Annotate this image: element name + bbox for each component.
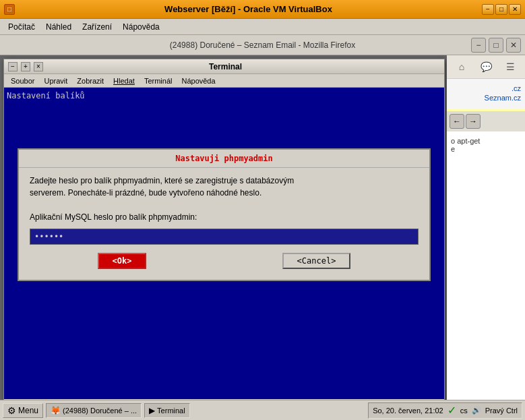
firefox-minimize[interactable]: −	[471, 38, 486, 53]
main-area: − + × Terminal Soubor Upravit Zobrazit H…	[0, 55, 525, 400]
terminal-task-label: Terminal	[157, 407, 185, 415]
firefox-titlebar: (24988) Doručené – Seznam Email - Mozill…	[0, 35, 525, 55]
vbox-menu-pocitac[interactable]: Počítač	[3, 21, 40, 33]
apt-text: o apt-get	[451, 137, 521, 145]
link-seznam[interactable]: Seznam.cz	[451, 94, 521, 102]
taskbar-firefox-task[interactable]: 🦊 (24988) Doručené – ...	[46, 403, 142, 418]
nav-forward-btn[interactable]: →	[466, 114, 481, 129]
terminal-titlebar: − + × Terminal	[4, 59, 444, 74]
start-icon: ⚙	[7, 405, 16, 416]
nav-back-btn[interactable]: ←	[450, 114, 464, 129]
terminal-tab-bar: Archives	[4, 399, 444, 400]
terminal-menu-terminal[interactable]: Terminál	[140, 76, 177, 86]
dialog-password-input[interactable]	[30, 229, 419, 245]
taskbar-terminal-task[interactable]: ▶ Terminal	[144, 403, 190, 418]
dialog-body-line1: Zadejte heslo pro balík phpmyadmin, kter…	[30, 176, 294, 185]
vbox-close-button[interactable]: ✕	[509, 4, 521, 15]
vbox-menu-nahled[interactable]: Náhled	[40, 21, 77, 33]
terminal-title: Terminal	[43, 62, 408, 71]
chat-icon[interactable]: 💬	[478, 59, 493, 74]
terminal-task-icon: ▶	[149, 406, 155, 415]
dialog-ok-button[interactable]: <Ok>	[98, 253, 147, 269]
terminal-menu-zobrazit[interactable]: Zobrazit	[73, 76, 108, 86]
dialog-body-line4: Aplikační MySQL heslo pro balík phpmyadm…	[30, 212, 197, 222]
right-panel: ⌂ 💬 ☰ .cz Seznam.cz ← → o apt-get e	[447, 55, 525, 400]
taskbar: ⚙ Menu 🦊 (24988) Doručené – ... ▶ Termin…	[0, 400, 525, 420]
lang-indicator: cs	[460, 407, 468, 415]
terminal-menubar: Soubor Upravit Zobrazit Hledat Terminál …	[4, 74, 444, 88]
terminal-content: Nastavení balíků Nastavuji phpmyadmin Za…	[4, 88, 444, 399]
firefox-controls: − □ ✕	[471, 38, 521, 53]
right-panel-links: .cz Seznam.cz	[447, 79, 525, 109]
terminal-menu-upravit[interactable]: Upravit	[40, 76, 71, 86]
terminal-left-btns: − + ×	[7, 62, 43, 71]
right-panel-content: o apt-get e	[447, 131, 525, 400]
link-cz[interactable]: .cz	[451, 84, 521, 92]
firefox-title: (24988) Doručené – Seznam Email - Mozill…	[170, 40, 355, 50]
menu-icon[interactable]: ☰	[503, 59, 518, 74]
vbox-maximize-button[interactable]: □	[495, 4, 507, 15]
firefox-maximize[interactable]: □	[489, 38, 503, 53]
vbox-menubar: Počítač Náhled Zařízení Nápověda	[0, 19, 525, 35]
dialog-cancel-button[interactable]: <Cancel>	[282, 253, 351, 269]
vbox-menu-zarizeni[interactable]: Zařízení	[77, 21, 117, 33]
dialog-buttons: <Ok> <Cancel>	[30, 253, 419, 269]
firefox-task-icon: 🦊	[51, 406, 61, 415]
vbox-titlebar-left: □	[4, 4, 15, 15]
vbox-window-buttons: − □ ✕	[482, 4, 521, 15]
check-icon: ✓	[447, 404, 456, 417]
apt-text2: e	[451, 145, 521, 153]
dialog-body-line2: serverem. Ponecháte-li prázdné, bude vyt…	[30, 188, 261, 198]
terminal-maximize-btn[interactable]: +	[21, 62, 30, 71]
terminal-window: − + × Terminal Soubor Upravit Zobrazit H…	[3, 59, 445, 400]
vbox-menu-napoveda[interactable]: Nápověda	[117, 21, 165, 33]
firefox-close[interactable]: ✕	[506, 38, 521, 53]
right-panel-icons: ⌂ 💬 ☰	[447, 55, 525, 79]
terminal-menu-napoveda[interactable]: Nápověda	[177, 76, 219, 86]
right-panel-nav: ← →	[447, 111, 525, 131]
rightctrl-label: Pravý Ctrl	[485, 407, 518, 415]
phpmyadmin-dialog: Nastavuji phpmyadmin Zadejte heslo pro b…	[18, 148, 431, 281]
taskbar-status-area: So, 20. červen, 21:02 ✓ cs 🔊 Pravý Ctrl	[368, 402, 522, 419]
terminal-menu-hledat[interactable]: Hledat	[109, 76, 139, 86]
start-label: Menu	[18, 406, 38, 415]
vbox-title: Webserver [Běží] - Oracle VM VirtualBox	[15, 4, 482, 14]
start-menu-button[interactable]: ⚙ Menu	[3, 403, 43, 418]
vbox-titlebar: □ Webserver [Běží] - Oracle VM VirtualBo…	[0, 0, 525, 19]
home-icon[interactable]: ⌂	[454, 59, 469, 74]
status-datetime: So, 20. červen, 21:02	[373, 407, 443, 415]
terminal-header-text: Nastavení balíků	[7, 90, 441, 102]
vbox-minimize-button[interactable]: −	[482, 4, 494, 15]
firefox-task-label: (24988) Doručené – ...	[63, 407, 137, 415]
terminal-menu-soubor[interactable]: Soubor	[7, 76, 38, 86]
virtualbox-window: □ Webserver [Běží] - Oracle VM VirtualBo…	[0, 0, 525, 420]
dialog-content: Zadejte heslo pro balík phpmyadmin, kter…	[19, 168, 429, 280]
terminal-minimize-btn[interactable]: −	[8, 62, 18, 71]
vbox-app-icon: □	[4, 4, 15, 15]
terminal-close-btn[interactable]: ×	[34, 62, 43, 71]
volume-icon: 🔊	[472, 406, 481, 415]
dialog-body: Zadejte heslo pro balík phpmyadmin, kter…	[30, 175, 419, 223]
dialog-title: Nastavuji phpmyadmin	[19, 150, 429, 168]
dialog-input-row	[30, 229, 419, 245]
